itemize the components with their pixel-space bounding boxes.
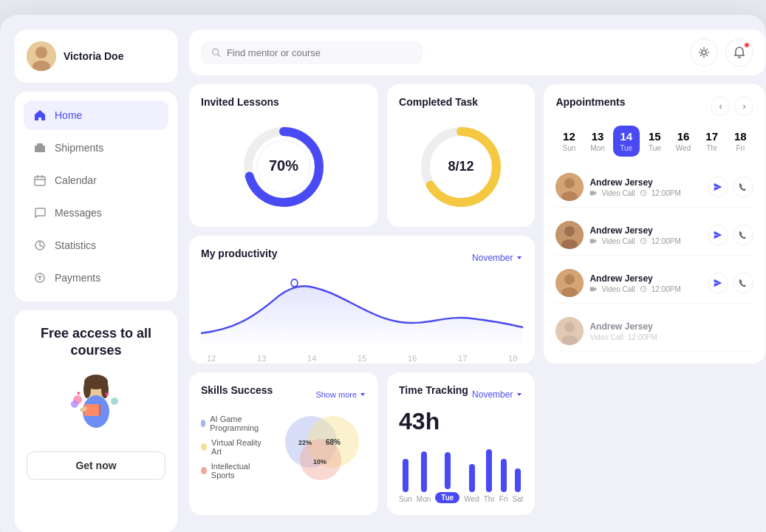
bar-mon: Mon	[417, 448, 431, 503]
nav-item-statistics[interactable]: Statistics	[24, 231, 168, 260]
profile-card: Victoria Doe	[15, 30, 177, 83]
svg-text:22%: 22%	[298, 439, 312, 446]
bar-sat: Sat	[512, 448, 523, 503]
svg-rect-39	[590, 191, 595, 196]
notifications-button[interactable]	[725, 38, 753, 66]
skills-content: AI Game Programming Virtual Reality Art …	[201, 414, 366, 480]
appt-next-button[interactable]: ›	[734, 97, 753, 116]
nav-label-payments: Payments	[55, 272, 100, 284]
search-box[interactable]	[201, 41, 423, 64]
bell-icon	[733, 47, 745, 58]
notification-dot	[744, 42, 750, 48]
appt-actions-3	[708, 273, 753, 293]
date-16[interactable]: 16 Wed	[670, 126, 697, 157]
productivity-chart: 12 13 14 15 16 17 18	[201, 274, 523, 348]
bar-thr: Thr	[484, 448, 495, 503]
svg-point-23	[111, 398, 118, 405]
completed-task-chart: 8/12	[399, 123, 523, 211]
nav-item-home[interactable]: Home	[24, 100, 168, 130]
call-button-2[interactable]	[733, 225, 753, 245]
appt-name-2: Andrew Jersey	[589, 225, 702, 236]
promo-illustration: ♥ ♥	[59, 369, 133, 443]
svg-point-22	[71, 400, 78, 408]
appointments-list: Andrew Jersey Video Call 12:00PM	[555, 167, 753, 352]
appt-info-4: Andrew Jersey Video Call 12:00PM	[589, 321, 753, 341]
nav-item-shipments[interactable]: Shipments	[24, 133, 168, 163]
svg-point-28	[702, 50, 706, 55]
svg-rect-3	[35, 146, 45, 152]
promo-title: Free access to all courses	[27, 325, 165, 360]
appt-avatar-4	[555, 317, 584, 345]
nav-item-messages[interactable]: Messages	[24, 198, 168, 228]
date-14[interactable]: 14 Tue	[613, 126, 640, 157]
settings-icon	[698, 47, 710, 58]
avatar	[27, 41, 56, 71]
messages-icon	[33, 205, 47, 220]
appt-avatar-2	[555, 221, 584, 249]
chevron-down-icon-3	[516, 391, 523, 398]
call-button-3[interactable]	[733, 273, 753, 293]
appt-prev-button[interactable]: ‹	[711, 97, 730, 116]
send-button-1[interactable]	[708, 177, 728, 197]
phone-icon-2	[739, 231, 748, 239]
phone-icon-3	[739, 279, 748, 287]
svg-point-37	[564, 178, 575, 188]
invited-lessons-title: Invited Lessons	[201, 96, 279, 108]
x-axis-labels: 12 13 14 15 16 17 18	[201, 354, 523, 363]
settings-button[interactable]	[690, 38, 718, 66]
nav-label-statistics: Statistics	[55, 239, 96, 251]
chevron-down-icon-2	[359, 391, 366, 398]
shipments-icon	[33, 140, 47, 155]
svg-point-42	[564, 226, 575, 236]
svg-point-52	[564, 322, 575, 332]
month-select[interactable]: November	[472, 253, 523, 263]
search-input[interactable]	[227, 47, 412, 58]
appt-info-1: Andrew Jersey Video Call 12:00PM	[589, 177, 702, 197]
productivity-header: My productivity November	[201, 248, 523, 268]
send-icon	[714, 183, 722, 191]
clock-icon-3	[640, 285, 647, 293]
appt-name-3: Andrew Jersey	[589, 273, 702, 284]
bar-wed: Wed	[464, 448, 479, 503]
svg-text:♥: ♥	[77, 390, 81, 397]
svg-line-27	[218, 54, 220, 56]
nav-label-shipments: Shipments	[55, 142, 103, 154]
appt-details-4: Video Call 12:00PM	[589, 333, 753, 341]
nav-item-calendar[interactable]: Calendar	[24, 166, 168, 195]
time-hours: 43h	[399, 408, 523, 435]
appt-info-2: Andrew Jersey Video Call 12:00PM	[589, 225, 702, 245]
appt-avatar-3	[555, 269, 584, 297]
send-icon-2	[714, 231, 722, 239]
appointments-title: Appointments	[555, 96, 625, 108]
get-now-button[interactable]: Get now	[27, 451, 165, 480]
date-13[interactable]: 13 Mon	[584, 126, 611, 157]
date-18[interactable]: 18 Fri	[727, 126, 753, 157]
appt-name-1: Andrew Jersey	[589, 177, 702, 188]
nav-item-payments[interactable]: Payments	[24, 263, 168, 293]
appointment-item: Andrew Jersey Video Call 12:00PM	[555, 215, 753, 256]
appointment-item-4: Andrew Jersey Video Call 12:00PM	[555, 311, 753, 352]
bar-tue[interactable]: Tue	[435, 445, 459, 503]
svg-text:8/12: 8/12	[448, 159, 474, 174]
call-button-1[interactable]	[733, 177, 753, 197]
invited-lessons-chart: 70%	[201, 123, 366, 211]
sidebar: Victoria Doe Home Shipments Calendar	[15, 30, 177, 532]
date-17[interactable]: 17 Thr	[699, 126, 725, 157]
svg-rect-5	[35, 177, 45, 185]
send-button-2[interactable]	[708, 225, 728, 245]
statistics-icon	[33, 238, 47, 253]
appt-details-3: Video Call 12:00PM	[589, 285, 702, 293]
date-15[interactable]: 15 Tue	[641, 126, 668, 157]
clock-icon	[640, 189, 647, 197]
promo-card: Free access to all courses	[15, 310, 177, 532]
time-tracking-header: Time Tracking November	[399, 384, 523, 405]
svg-rect-19	[99, 404, 100, 416]
appointment-item: Andrew Jersey Video Call 12:00PM	[555, 263, 753, 304]
svg-rect-44	[590, 239, 595, 244]
appt-name-4: Andrew Jersey	[589, 321, 753, 332]
show-more-button[interactable]: Show more	[315, 390, 366, 399]
date-12[interactable]: 12 Sun	[555, 126, 582, 157]
send-button-3[interactable]	[708, 273, 728, 293]
nav-card: Home Shipments Calendar Messages	[15, 92, 177, 301]
time-month-select[interactable]: November	[472, 389, 523, 400]
